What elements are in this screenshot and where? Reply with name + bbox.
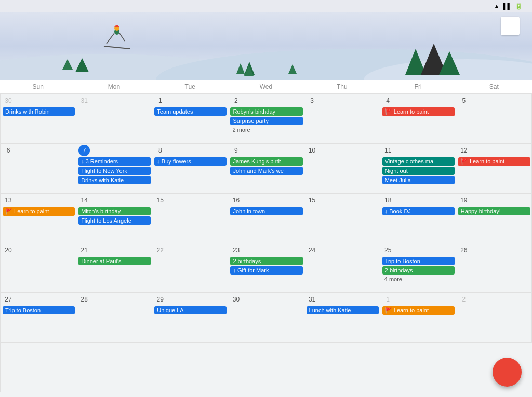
event-pill[interactable]: 🚩 Learn to paint: [382, 107, 455, 116]
cell-date: 26: [458, 244, 470, 256]
calendar-grid: 30Drinks with Robin311Team updates2Robyn…: [0, 94, 532, 392]
wifi-icon: ▲: [494, 3, 500, 10]
calendar-cell-2-4[interactable]: 15: [304, 194, 380, 243]
event-pill[interactable]: Drinks with Katie: [78, 176, 151, 184]
calendar-cell-0-1[interactable]: 31: [76, 94, 152, 144]
calendar-cell-3-1[interactable]: 21Dinner at Paul's: [76, 243, 152, 293]
calendar-cell-1-6[interactable]: 12🚩 Learn to paint: [456, 144, 532, 194]
svg-line-17: [104, 46, 130, 49]
event-pill[interactable]: 2 birthdays: [230, 257, 302, 265]
event-pill[interactable]: Meet Julia: [382, 176, 455, 184]
calendar-cell-3-0[interactable]: 20: [1, 243, 76, 293]
event-pill[interactable]: Flight to Los Angele: [78, 216, 151, 225]
calendar-cell-1-5[interactable]: 11Vintage clothes maNight outMeet Julia: [380, 144, 456, 194]
cell-date: 13: [3, 195, 14, 206]
calendar-cell-0-4[interactable]: 3: [304, 94, 380, 144]
calendar-cell-2-5[interactable]: 18↓ Book DJ: [380, 194, 456, 243]
event-pill[interactable]: John and Mark's we: [230, 167, 302, 175]
day-header-fri: Fri: [380, 80, 456, 93]
calendar-cell-1-0[interactable]: 6: [1, 144, 76, 194]
calendar-cell-3-4[interactable]: 24: [304, 243, 380, 293]
battery-icon: 🔋: [515, 3, 523, 10]
calendar-cell-4-5[interactable]: 1🚩 Learn to paint: [380, 293, 456, 343]
more-events-link[interactable]: 4 more: [382, 276, 455, 283]
event-pill[interactable]: 2 birthdays: [382, 266, 455, 275]
calendar-cell-1-4[interactable]: 10: [304, 144, 380, 194]
calendar-cell-1-3[interactable]: 9James Kung's birthJohn and Mark's we: [228, 144, 304, 194]
cell-date: 4: [382, 95, 394, 106]
event-pill[interactable]: James Kung's birth: [230, 157, 302, 166]
calendar-cell-3-3[interactable]: 232 birthdays↓ Gift for Mark: [228, 243, 304, 293]
cell-date: 1: [382, 294, 394, 305]
add-event-button[interactable]: [493, 358, 522, 387]
cell-date: 18: [382, 195, 394, 206]
calendar-cell-0-3[interactable]: 2Robyn's birthdaySurprise party2 more: [228, 94, 304, 144]
calendar-cell-3-6[interactable]: 26: [456, 243, 532, 293]
calendar-cell-0-2[interactable]: 1Team updates: [152, 94, 228, 144]
calendar-cell-0-0[interactable]: 30Drinks with Robin: [1, 94, 76, 144]
svg-marker-14: [114, 25, 119, 27]
event-pill[interactable]: ↓ Buy flowers: [154, 157, 227, 166]
svg-marker-3: [62, 59, 73, 70]
cell-date: 9: [230, 145, 242, 156]
day-header-wed: Wed: [228, 80, 304, 93]
svg-line-16: [119, 33, 125, 41]
event-pill[interactable]: Surprise party: [230, 117, 302, 125]
cell-date: 7: [78, 145, 90, 156]
cell-date: 12: [458, 145, 470, 156]
skier-decoration: [101, 25, 132, 56]
cell-date: 25: [382, 244, 394, 256]
calendar-cell-1-2[interactable]: 8↓ Buy flowers: [152, 144, 228, 194]
svg-marker-8: [236, 63, 245, 74]
status-bar: ▲ ▌▌ 🔋: [0, 0, 532, 12]
calendar-cell-3-5[interactable]: 25Trip to Boston2 birthdays4 more: [380, 243, 456, 293]
event-pill[interactable]: 🚩 Learn to paint: [458, 157, 530, 166]
calendar-cell-4-2[interactable]: 29Unique LA: [152, 293, 228, 343]
day-header-tue: Tue: [152, 80, 228, 93]
event-pill[interactable]: John in town: [230, 207, 302, 215]
calendar-cell-4-3[interactable]: 30: [228, 293, 304, 343]
event-pill[interactable]: Flight to New York: [78, 167, 151, 175]
event-pill[interactable]: Night out: [382, 167, 455, 175]
calendar-cell-4-4[interactable]: 31Lunch with Katie: [304, 293, 380, 343]
event-pill[interactable]: Drinks with Robin: [3, 107, 75, 116]
calendar-cell-3-2[interactable]: 22: [152, 243, 228, 293]
calendar-cell-4-0[interactable]: 27Trip to Boston: [1, 293, 76, 343]
event-pill[interactable]: Unique LA: [154, 306, 227, 314]
event-pill[interactable]: Trip to Boston: [382, 257, 455, 265]
event-pill[interactable]: 🚩 Learn to paint: [3, 207, 75, 216]
calendar-cell-0-6[interactable]: 5: [456, 94, 532, 144]
calendar-cell-0-5[interactable]: 4🚩 Learn to paint: [380, 94, 456, 144]
calendar-cell-4-6[interactable]: 2: [456, 293, 532, 343]
calendar-cell-2-0[interactable]: 13🚩 Learn to paint: [1, 194, 76, 243]
calendar-day-button[interactable]: [501, 17, 520, 35]
cell-date: 31: [307, 294, 318, 305]
more-events-link[interactable]: 2 more: [230, 126, 302, 133]
event-pill[interactable]: Team updates: [154, 107, 227, 116]
cell-date: 10: [307, 145, 318, 156]
cell-date: 15: [154, 195, 166, 206]
event-pill[interactable]: ↓ 3 Reminders: [78, 157, 151, 166]
day-header-sat: Sat: [456, 80, 532, 93]
event-pill[interactable]: Robyn's birthday: [230, 107, 302, 116]
event-pill[interactable]: Dinner at Paul's: [78, 257, 151, 265]
svg-marker-5: [405, 49, 426, 75]
calendar-cell-2-3[interactable]: 16John in town: [228, 194, 304, 243]
calendar-cell-2-2[interactable]: 15: [152, 194, 228, 243]
day-headers: SunMonTueWedThuFriSat: [0, 80, 532, 94]
cell-date: 28: [78, 294, 90, 305]
event-pill[interactable]: Trip to Boston: [3, 306, 75, 314]
event-pill[interactable]: ↓ Gift for Mark: [230, 266, 302, 275]
calendar-cell-2-1[interactable]: 14Mitch's birthdayFlight to Los Angele: [76, 194, 152, 243]
event-pill[interactable]: Vintage clothes ma: [382, 157, 455, 166]
signal-icon: ▌▌: [503, 3, 512, 10]
event-pill[interactable]: Happy birthday!: [458, 207, 530, 215]
event-pill[interactable]: Mitch's birthday: [78, 207, 151, 215]
event-pill[interactable]: 🚩 Learn to paint: [382, 306, 455, 315]
calendar-cell-1-1[interactable]: 7↓ 3 RemindersFlight to New YorkDrinks w…: [76, 144, 152, 194]
calendar-cell-2-6[interactable]: 19Happy birthday!: [456, 194, 532, 243]
cell-date: 19: [458, 195, 470, 206]
calendar-cell-4-1[interactable]: 28: [76, 293, 152, 343]
event-pill[interactable]: ↓ Book DJ: [382, 207, 455, 215]
event-pill[interactable]: Lunch with Katie: [307, 306, 379, 314]
